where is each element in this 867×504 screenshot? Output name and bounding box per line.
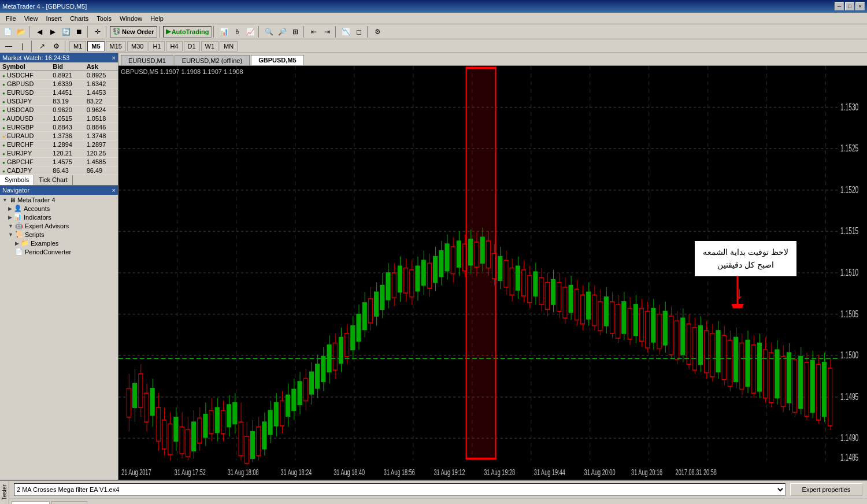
close-button[interactable]: × (855, 2, 865, 10)
mw-ask: 0.8846 (84, 123, 118, 132)
svg-rect-109 (316, 364, 320, 388)
cursor-tool[interactable]: | (16, 40, 29, 53)
nav-period-converter[interactable]: 📄 PeriodConverter (1, 247, 117, 256)
menu-window[interactable]: Window (116, 14, 146, 23)
market-watch-close[interactable]: × (112, 54, 116, 61)
examples-label: Examples (31, 240, 58, 247)
annotation-line1: لاحظ توقيت بداية الشمعه (703, 246, 788, 258)
svg-rect-276 (805, 362, 809, 416)
menu-file[interactable]: File (2, 14, 20, 23)
mw-bid: 1.6339 (50, 80, 84, 88)
nav-scripts[interactable]: ▼ 📜 Scripts (1, 230, 117, 239)
market-watch-row[interactable]: ● EURCHF 1.2894 1.2897 (0, 140, 118, 149)
tf-h1[interactable]: H1 (149, 41, 165, 51)
market-watch-row[interactable]: ● USDCAD 0.9620 0.9624 (0, 106, 118, 114)
properties-btn[interactable]: ⚙ (50, 40, 62, 53)
stop-btn[interactable]: ⏹ (73, 25, 86, 38)
menu-tools[interactable]: Tools (93, 14, 115, 23)
market-watch-panel: Market Watch: 16:24:53 × Symbol Bid Ask … (0, 53, 118, 186)
chart-tab-gbpusd-m5[interactable]: GBPUSD,M5 (251, 55, 303, 65)
tf-w1[interactable]: W1 (201, 41, 219, 51)
mw-ask: 1.2897 (84, 140, 118, 149)
tab-symbols[interactable]: Symbols (0, 175, 34, 185)
market-watch-row[interactable]: ● CADJPY 86.43 86.49 (0, 166, 118, 175)
tpl-btn[interactable]: ⚙ (371, 25, 384, 38)
ea-expand-icon: ▼ (8, 223, 13, 229)
nav-indicators[interactable]: ▶ 📊 Indicators (1, 213, 117, 221)
tester-tab-settings[interactable]: Settings (12, 501, 50, 504)
back-btn[interactable]: ◀ (33, 25, 46, 38)
tab-tick-chart[interactable]: Tick Chart (34, 175, 73, 185)
market-watch-row[interactable]: ● GBPCHF 1.4575 1.4585 (0, 158, 118, 166)
market-watch-row[interactable]: ● GBPUSD 1.6339 1.6342 (0, 80, 118, 88)
crosshair-btn[interactable]: ✛ (91, 25, 104, 38)
market-watch-row[interactable]: ● USDJPY 83.19 83.22 (0, 97, 118, 106)
market-watch-row[interactable]: ● EURJPY 120.21 120.25 (0, 149, 118, 158)
chart-type-bar[interactable]: 📊 (217, 25, 230, 38)
tf-m15[interactable]: M15 (106, 41, 126, 51)
svg-text:31 Aug 18:08: 31 Aug 18:08 (228, 467, 259, 477)
tester-vertical-label[interactable]: Tester (0, 483, 9, 501)
navigator-header: Navigator × (0, 186, 118, 195)
tf-m1[interactable]: M1 (69, 41, 86, 51)
mw-ask: 1.4585 (84, 158, 118, 166)
svg-rect-172 (498, 257, 502, 281)
objects-btn[interactable]: ◻ (353, 25, 365, 38)
refresh-btn[interactable]: 🔄 (60, 25, 72, 38)
auto-trading-btn[interactable]: ▶ AutoTrading (163, 26, 212, 38)
svg-text:1.1510: 1.1510 (840, 268, 858, 278)
chart-canvas[interactable]: GBPUSD,M5 1.1907 1.1908 1.1907 1.1908 (118, 66, 867, 480)
market-watch-row[interactable]: ● EURUSD 1.4451 1.4453 (0, 88, 118, 97)
menu-view[interactable]: View (21, 14, 42, 23)
minimize-button[interactable]: ─ (835, 2, 844, 10)
svg-rect-119 (345, 333, 349, 357)
line-tool[interactable]: — (2, 40, 15, 53)
nav-accounts[interactable]: ▶ 👤 Accounts (1, 204, 117, 213)
scroll-left-btn[interactable]: ⇤ (307, 25, 320, 38)
nav-examples[interactable]: ▶ 📁 Examples (1, 239, 117, 247)
draw-line[interactable]: ↗ (36, 40, 49, 53)
navigator-close[interactable]: × (112, 187, 116, 194)
chart-tabs: EURUSD,M1 EURUSD,M2 (offline) GBPUSD,M5 (118, 53, 867, 66)
svg-rect-204 (592, 295, 596, 325)
svg-rect-81 (233, 403, 237, 424)
nav-metatrader4[interactable]: ▼ 🖥 MetaTrader 4 (1, 196, 117, 204)
expert-properties-btn-top[interactable]: Expert properties (790, 483, 862, 496)
menu-help[interactable]: Help (147, 14, 167, 23)
tf-h4[interactable]: H4 (166, 41, 182, 51)
market-watch-row[interactable]: ● USDCHF 0.8921 0.8925 (0, 71, 118, 80)
new-order-btn[interactable]: 💱 New Order (110, 26, 157, 38)
scroll-right-btn[interactable]: ⇥ (321, 25, 334, 38)
svg-text:1.1515: 1.1515 (840, 226, 858, 236)
maximize-button[interactable]: □ (845, 2, 854, 10)
market-watch-row[interactable]: ● EURGBP 0.8843 0.8846 (0, 123, 118, 132)
ea-label: Expert Advisors (25, 223, 69, 229)
chart-tab-eurusd-m1[interactable]: EURUSD,M1 (121, 55, 173, 65)
menu-insert[interactable]: Insert (42, 14, 65, 23)
new-btn[interactable]: 📄 (1, 25, 14, 38)
svg-rect-138 (398, 266, 402, 292)
zoom-in-btn[interactable]: 🔍 (262, 25, 275, 38)
chart-type-line[interactable]: 📈 (244, 25, 257, 38)
forward-btn[interactable]: ▶ (46, 25, 59, 38)
annotation-line2: اصبح كل دقيقتين (703, 258, 788, 271)
tf-mn[interactable]: MN (220, 41, 238, 51)
window-title: MetaTrader 4 - [GBPUSD,M5] (2, 3, 87, 10)
tf-m5[interactable]: M5 (87, 41, 104, 51)
tester-tab-journal[interactable]: Journal (51, 501, 87, 504)
zoom-fit-btn[interactable]: ⊞ (289, 25, 302, 38)
mw-symbol: ● EURCHF (0, 140, 50, 149)
menu-charts[interactable]: Charts (66, 14, 92, 23)
market-watch-row[interactable]: ● EURAUD 1.3736 1.3748 (0, 132, 118, 140)
tf-d1[interactable]: D1 (184, 41, 200, 51)
zoom-out-btn[interactable]: 🔎 (276, 25, 288, 38)
market-watch-row[interactable]: ● AUDUSD 1.0515 1.0518 (0, 114, 118, 123)
nav-expert-advisors[interactable]: ▼ 🤖 Expert Advisors (1, 221, 117, 230)
indicators-btn[interactable]: 📉 (339, 25, 352, 38)
chart-type-candle[interactable]: 🕯 (231, 25, 243, 38)
ea-dropdown[interactable]: 2 MA Crosses Mega filter EA V1.ex4 (14, 483, 786, 496)
open-btn[interactable]: 📂 (14, 25, 27, 38)
mw-bid: 1.4575 (50, 158, 84, 166)
tf-m30[interactable]: M30 (127, 41, 147, 51)
chart-tab-eurusd-m2[interactable]: EURUSD,M2 (offline) (175, 55, 250, 65)
